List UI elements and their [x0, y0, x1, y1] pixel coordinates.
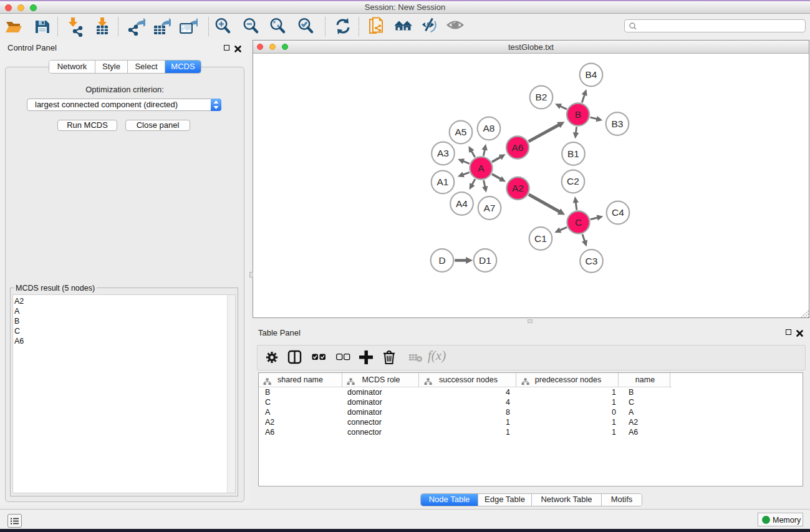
svg-text:A4: A4	[456, 198, 468, 209]
svg-text:C1: C1	[534, 233, 547, 244]
svg-text:A5: A5	[455, 127, 467, 137]
svg-text:B1: B1	[567, 148, 579, 159]
svg-text:A2: A2	[512, 183, 524, 193]
svg-text:C4: C4	[612, 207, 624, 218]
svg-text:C: C	[575, 217, 582, 228]
svg-text:C3: C3	[586, 256, 598, 266]
svg-text:A: A	[478, 163, 485, 173]
svg-text:B: B	[575, 109, 581, 120]
svg-text:B4: B4	[586, 69, 597, 80]
svg-text:B2: B2	[536, 92, 547, 102]
svg-text:A1: A1	[437, 177, 449, 187]
svg-text:C2: C2	[567, 176, 579, 186]
svg-text:D: D	[438, 255, 445, 266]
svg-text:A3: A3	[437, 148, 449, 158]
svg-text:A7: A7	[484, 203, 496, 213]
svg-text:A6: A6	[512, 142, 524, 153]
svg-text:B3: B3	[612, 118, 624, 129]
svg-text:D1: D1	[479, 255, 491, 266]
svg-text:A8: A8	[483, 123, 495, 133]
